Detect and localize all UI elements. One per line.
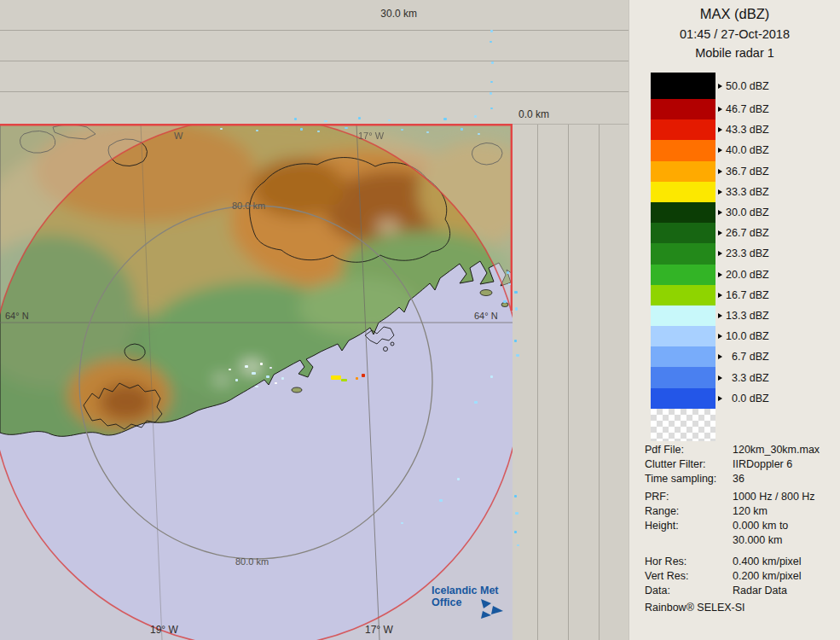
metadata-label: PRF:	[645, 491, 733, 503]
lat-label-left: 64° N	[5, 311, 29, 321]
legend-swatch	[651, 265, 715, 285]
metadata-value: 120 km	[733, 505, 835, 517]
legend-marker-icon	[718, 272, 722, 277]
legend-marker-icon	[718, 396, 722, 401]
legend-swatch	[651, 326, 715, 346]
lon-label-east: 17° W	[365, 624, 393, 636]
legend-swatch	[651, 223, 715, 243]
height-gridline	[568, 125, 569, 640]
metadata-label: Pdf File:	[645, 444, 733, 456]
legend-marker-icon	[718, 84, 722, 89]
legend-row: 30.0 dBZ	[651, 202, 769, 223]
legend-swatch	[651, 119, 715, 140]
software-brand: Rainbow® SELEX-SI	[645, 600, 835, 614]
imo-logo-icon	[478, 598, 503, 625]
legend-marker-icon	[718, 210, 722, 215]
legend-swatch	[651, 99, 715, 119]
legend-marker-icon	[718, 107, 722, 112]
legend-swatch	[651, 346, 715, 367]
info-panel: MAX (dBZ) 01:45 / 27-Oct-2018 Mobile rad…	[629, 0, 840, 640]
metadata-value: IIRDoppler 6	[733, 458, 835, 470]
legend-label: 6.7 dBZ	[726, 351, 769, 363]
legend-row: 3.3 dBZ	[651, 367, 769, 387]
legend-row: 23.3 dBZ	[651, 243, 769, 264]
legend-label: 36.7 dBZ	[726, 166, 769, 177]
legend-label: 0.0 dBZ	[726, 393, 769, 404]
metadata-row: Pdf File:120km_30km.max	[645, 442, 835, 457]
legend-label: 3.3 dBZ	[726, 372, 769, 384]
metadata-label: Range:	[645, 505, 733, 517]
legend-marker-icon	[718, 354, 722, 359]
metadata-row: Range:120 km	[645, 503, 835, 518]
legend-row: 33.3 dBZ	[651, 182, 769, 202]
metadata-value: 30.000 km	[733, 534, 835, 546]
metadata-row: Height:0.000 km to	[645, 518, 835, 532]
metadata-row: PRF:1000 Hz / 800 Hz	[645, 489, 835, 503]
range-ring-label-bottom: 80.0 km	[235, 556, 269, 567]
metadata-row: Vert Res:0.200 km/pixel	[645, 568, 835, 583]
height-scale-min-label: 0.0 km	[518, 108, 549, 120]
legend-row: 16.7 dBZ	[651, 285, 769, 305]
metadata-value: 1000 Hz / 800 Hz	[733, 491, 835, 503]
dbz-color-legend: 50.0 dBZ46.7 dBZ43.3 dBZ40.0 dBZ36.7 dBZ…	[651, 73, 769, 441]
product-metadata: Pdf File:120km_30km.maxClutter Filter:II…	[645, 442, 835, 614]
metadata-label: Data:	[645, 585, 733, 596]
map-svg: 64° N 64° N 80.0 km 80.0 km W 17° W 19° …	[0, 124, 513, 640]
legend-marker-icon	[718, 148, 722, 153]
metadata-label: Hor Res:	[645, 556, 733, 567]
metadata-label: Height:	[645, 520, 733, 532]
legend-row: 13.3 dBZ	[651, 305, 769, 326]
legend-swatch	[651, 367, 715, 387]
legend-swatch	[651, 285, 715, 305]
legend-swatch	[651, 182, 715, 202]
legend-label: 50.0 dBZ	[726, 80, 769, 92]
metadata-rows: Pdf File:120km_30km.maxClutter Filter:II…	[645, 442, 835, 597]
legend-swatch	[651, 73, 715, 99]
metadata-label: Clutter Filter:	[645, 458, 733, 470]
legend-swatch	[651, 305, 715, 326]
product-title: MAX (dBZ)	[629, 6, 840, 22]
height-gridline	[537, 125, 538, 640]
height-gridline	[0, 30, 629, 31]
metadata-value: Radar Data	[733, 585, 835, 596]
legend-label: 40.0 dBZ	[726, 144, 769, 156]
legend-label: 46.7 dBZ	[726, 103, 769, 115]
metadata-value: 0.200 km/pixel	[733, 570, 835, 582]
titles-block: MAX (dBZ) 01:45 / 27-Oct-2018 Mobile rad…	[629, 0, 840, 60]
legend-marker-icon	[718, 189, 722, 195]
imo-logo-line1: Icelandic Met	[432, 585, 499, 596]
legend-label: 20.0 dBZ	[726, 269, 769, 281]
legend-label: 23.3 dBZ	[726, 247, 769, 259]
lon-label-top-partial: W	[174, 131, 183, 141]
lat-label-right: 64° N	[474, 311, 498, 321]
legend-rows: 50.0 dBZ46.7 dBZ43.3 dBZ40.0 dBZ36.7 dBZ…	[651, 73, 769, 409]
legend-label: 30.0 dBZ	[726, 207, 769, 218]
legend-marker-icon	[718, 251, 722, 256]
metadata-row: Data:Radar Data	[645, 583, 835, 597]
radar-map-canvas: 64° N 64° N 80.0 km 80.0 km W 17° W 19° …	[0, 124, 513, 640]
legend-marker-icon	[718, 334, 722, 339]
legend-row: 40.0 dBZ	[651, 140, 769, 160]
legend-label: 13.3 dBZ	[726, 310, 769, 322]
metadata-label: Time sampling:	[645, 473, 733, 485]
height-gridline	[599, 125, 600, 640]
metadata-value: 120km_30km.max	[733, 444, 835, 456]
metadata-label: Vert Res:	[645, 570, 733, 582]
top-cross-section-panel: 30.0 km 0.0 km	[0, 0, 629, 124]
legend-swatch	[651, 202, 715, 223]
legend-row: 26.7 dBZ	[651, 223, 769, 243]
legend-marker-icon	[718, 230, 722, 236]
legend-no-data-checker	[651, 409, 715, 441]
legend-row: 0.0 dBZ	[651, 388, 769, 409]
legend-marker-icon	[718, 375, 722, 381]
metadata-row: 30.000 km	[645, 532, 835, 547]
height-gridline	[0, 91, 629, 92]
legend-row: 20.0 dBZ	[651, 265, 769, 285]
lon-label-west: 19° W	[150, 624, 178, 636]
legend-marker-icon	[718, 293, 722, 298]
right-cross-section-panel	[513, 124, 629, 640]
legend-row: 43.3 dBZ	[651, 119, 769, 140]
lon-label-top-east: 17° W	[358, 131, 385, 141]
metadata-row: Hor Res:0.400 km/pixel	[645, 554, 835, 568]
legend-swatch	[651, 140, 715, 160]
